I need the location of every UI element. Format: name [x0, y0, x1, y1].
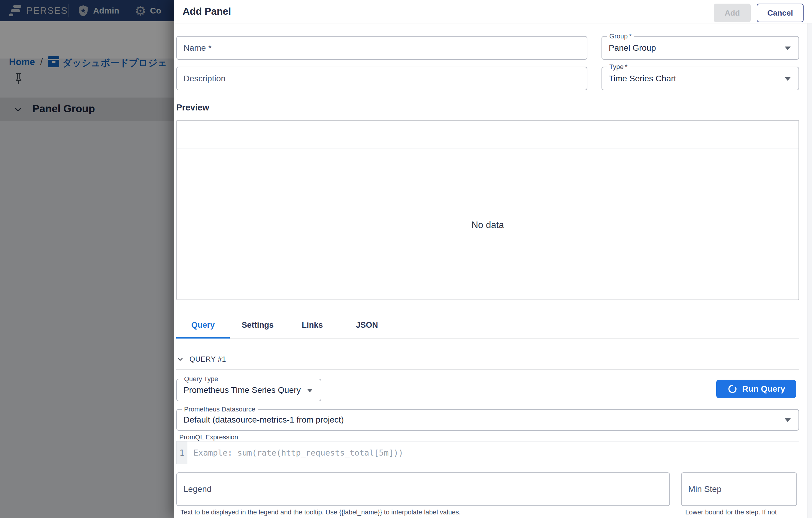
refresh-icon [727, 384, 738, 394]
query-type-value: Prometheus Time Series Query [183, 379, 301, 401]
group-select[interactable]: Group * Panel Group [602, 36, 799, 60]
promql-expression-label: PromQL Expression [179, 433, 238, 441]
promql-placeholder-text: Example: sum(rate(http_requests_total[5m… [194, 441, 403, 464]
prometheus-datasource-select[interactable]: Prometheus Datasource Default (datasourc… [176, 409, 799, 431]
cancel-button[interactable]: Cancel [757, 4, 804, 22]
legend-field[interactable] [176, 473, 670, 506]
add-button[interactable]: Add [714, 4, 751, 22]
run-query-button[interactable]: Run Query [716, 379, 796, 398]
drawer-scrollbar[interactable] [808, 23, 812, 518]
drawer-header: Add Panel Add Cancel [174, 0, 812, 23]
dropdown-arrow-icon [785, 77, 791, 81]
drawer-title: Add Panel [182, 0, 231, 23]
type-select[interactable]: Type * Time Series Chart [602, 67, 799, 90]
tab-query[interactable]: Query [176, 312, 230, 338]
tab-json[interactable]: JSON [340, 312, 394, 338]
preview-heading: Preview [176, 103, 209, 113]
dropdown-arrow-icon [785, 418, 791, 422]
query-section-header[interactable]: QUERY #1 [176, 351, 226, 367]
query-divider [176, 369, 799, 370]
tab-links[interactable]: Links [286, 312, 339, 338]
panel-editor-tabs: Query Settings Links JSON [176, 312, 799, 338]
query-type-select[interactable]: Query Type Prometheus Time Series Query [176, 379, 321, 401]
type-value: Time Series Chart [609, 67, 676, 90]
datasource-value: Default (datasource-metrics-1 from proje… [183, 410, 344, 430]
description-field[interactable] [176, 67, 587, 90]
legend-helper-text: Text to be displayed in the legend and t… [180, 508, 631, 517]
query-section-title: QUERY #1 [190, 355, 226, 363]
min-step-field[interactable] [681, 473, 797, 506]
chevron-down-icon[interactable] [176, 355, 184, 363]
promql-expression-editor[interactable]: 1 Example: sum(rate(http_requests_total[… [176, 441, 799, 464]
dropdown-arrow-icon [785, 47, 791, 50]
editor-line-number: 1 [177, 441, 187, 464]
group-value: Panel Group [609, 37, 656, 59]
dropdown-arrow-icon [307, 389, 313, 392]
run-query-label: Run Query [742, 384, 785, 394]
add-panel-drawer: Add Panel Add Cancel Group * Panel Group… [174, 0, 812, 518]
no-data-message: No data [177, 149, 799, 301]
preview-panel: No data [176, 120, 799, 300]
min-step-helper-text: Lower bound for the step. If not [685, 508, 805, 517]
tab-settings[interactable]: Settings [231, 312, 284, 338]
name-field[interactable] [176, 36, 587, 60]
